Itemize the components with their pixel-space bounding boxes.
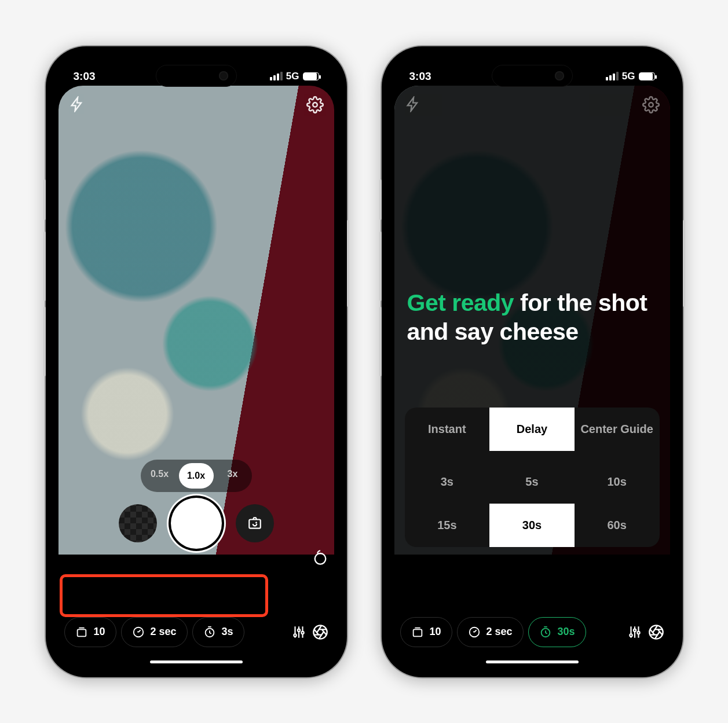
delay-option-3s[interactable]: 3s [405, 460, 490, 504]
flash-auto-icon[interactable] [69, 96, 85, 113]
svg-point-6 [294, 634, 296, 636]
status-time: 3:03 [74, 70, 96, 83]
bottom-toolbar: 10 2 sec 30s [390, 617, 675, 647]
status-time: 3:03 [409, 70, 431, 83]
tutorial-highlight-box [60, 574, 268, 617]
bottom-toolbar: 10 2 sec 3s [54, 617, 339, 647]
delay-value: 30s [558, 626, 575, 638]
delay-pill[interactable]: 30s [528, 617, 586, 647]
settings-gear-icon[interactable] [306, 96, 324, 113]
svg-point-8 [301, 631, 303, 633]
flash-auto-icon[interactable] [405, 96, 421, 113]
shutter-button[interactable] [171, 498, 222, 549]
aperture-icon[interactable] [648, 624, 664, 640]
delay-option-10s[interactable]: 10s [575, 460, 660, 504]
delay-option-15s[interactable]: 15s [405, 504, 490, 547]
delay-option-5s[interactable]: 5s [489, 460, 575, 504]
zoom-selector[interactable]: 0.5x 1.0x 3x [141, 460, 252, 492]
delay-option-60s[interactable]: 60s [575, 504, 660, 547]
battery-icon [303, 72, 319, 80]
camera-viewfinder[interactable]: 0.5x 1.0x 3x [58, 86, 334, 555]
phone-right: 3:03 5G Get ready for the shot and say c… [382, 46, 683, 677]
delay-pill[interactable]: 3s [192, 617, 244, 647]
aperture-icon[interactable] [312, 624, 328, 640]
tab-center-guide[interactable]: Center Guide [575, 408, 660, 451]
burst-count-pill[interactable]: 10 [64, 617, 116, 647]
interval-value: 2 sec [486, 626, 513, 638]
home-indicator[interactable] [150, 660, 243, 663]
svg-point-2 [314, 553, 325, 564]
battery-icon [639, 72, 655, 80]
svg-point-0 [313, 102, 317, 107]
svg-point-7 [297, 629, 299, 631]
interval-pill[interactable]: 2 sec [121, 617, 188, 647]
svg-rect-11 [413, 629, 422, 636]
dynamic-island [492, 65, 573, 87]
signal-icon [270, 72, 283, 80]
tab-instant[interactable]: Instant [405, 408, 490, 451]
burst-count-value: 10 [430, 626, 441, 638]
signal-icon [606, 72, 619, 80]
mode-tabs: Instant Delay Center Guide [405, 408, 660, 451]
svg-rect-1 [249, 519, 261, 528]
svg-point-14 [630, 634, 632, 636]
status-network: 5G [286, 71, 299, 82]
zoom-tele[interactable]: 3x [217, 463, 248, 485]
svg-point-16 [637, 631, 639, 633]
svg-point-10 [649, 102, 653, 107]
delay-option-30s[interactable]: 30s [489, 504, 575, 547]
dynamic-island [156, 65, 237, 87]
delay-headline: Get ready for the shot and say cheese [407, 288, 657, 346]
sliders-icon[interactable] [627, 625, 642, 640]
home-indicator[interactable] [486, 660, 579, 663]
burst-count-pill[interactable]: 10 [400, 617, 452, 647]
interval-value: 2 sec [151, 626, 177, 638]
svg-point-15 [633, 629, 635, 631]
interval-pill[interactable]: 2 sec [457, 617, 524, 647]
sliders-icon[interactable] [291, 625, 306, 640]
zoom-wide[interactable]: 0.5x [144, 463, 175, 485]
flip-camera-button[interactable] [236, 504, 274, 542]
phone-left: 3:03 5G 0.5x 1.0x 3x [46, 46, 347, 677]
svg-rect-3 [77, 629, 86, 636]
settings-gear-icon[interactable] [642, 96, 660, 113]
delay-panel: Instant Delay Center Guide 3s 5s 10s 15s… [405, 408, 660, 547]
tab-delay[interactable]: Delay [489, 408, 575, 451]
zoom-main[interactable]: 1.0x [179, 463, 214, 489]
gallery-thumbnail[interactable] [119, 504, 157, 542]
headline-accent: Get ready [407, 289, 514, 316]
exposure-dial-icon[interactable] [312, 549, 328, 566]
delay-value: 3s [222, 626, 233, 638]
burst-count-value: 10 [94, 626, 105, 638]
status-network: 5G [622, 71, 635, 82]
